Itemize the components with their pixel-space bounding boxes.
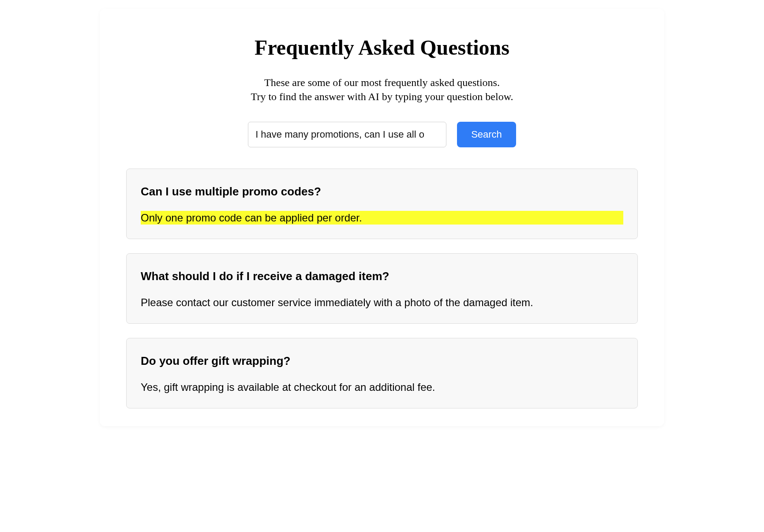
search-input[interactable] [248, 122, 446, 147]
subtitle-line-1: These are some of our most frequently as… [264, 77, 500, 88]
faq-answer: Only one promo code can be applied per o… [141, 211, 623, 225]
faq-answer: Please contact our customer service imme… [141, 296, 623, 309]
faq-question: What should I do if I receive a damaged … [141, 270, 623, 283]
faq-card: Do you offer gift wrapping? Yes, gift wr… [126, 338, 638, 408]
faq-answer: Yes, gift wrapping is available at check… [141, 380, 623, 394]
faq-answer-highlight: Only one promo code can be applied per o… [141, 211, 623, 225]
search-button[interactable]: Search [457, 122, 516, 147]
faq-question: Do you offer gift wrapping? [141, 354, 623, 368]
faq-list: Can I use multiple promo codes? Only one… [126, 169, 638, 409]
subtitle-line-2: Try to find the answer with AI by typing… [251, 91, 513, 102]
faq-question: Can I use multiple promo codes? [141, 185, 623, 199]
faq-card: Can I use multiple promo codes? Only one… [126, 169, 638, 239]
faq-page: Frequently Asked Questions These are som… [100, 9, 664, 426]
page-title: Frequently Asked Questions [126, 35, 638, 60]
page-subtitle: These are some of our most frequently as… [126, 75, 638, 104]
faq-card: What should I do if I receive a damaged … [126, 253, 638, 324]
search-row: Search [126, 122, 638, 147]
